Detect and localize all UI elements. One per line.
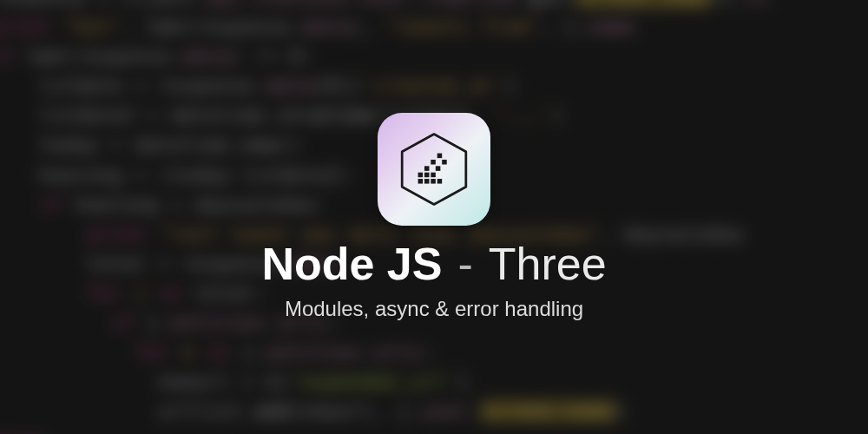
svg-rect-12 <box>437 179 443 184</box>
title-primary: Node JS <box>261 241 442 286</box>
title-separator: - <box>457 241 472 286</box>
svg-rect-8 <box>431 173 436 178</box>
title-row: Node JS - Three <box>261 241 606 286</box>
svg-rect-7 <box>424 173 430 178</box>
svg-rect-2 <box>431 160 436 165</box>
svg-rect-1 <box>437 154 443 159</box>
svg-rect-5 <box>436 166 441 171</box>
svg-rect-3 <box>442 160 447 165</box>
svg-rect-10 <box>424 179 430 184</box>
svg-marker-0 <box>402 135 466 205</box>
svg-rect-11 <box>431 179 436 184</box>
svg-rect-6 <box>418 173 424 178</box>
subtitle: Modules, async & error handling <box>285 297 583 321</box>
title-secondary: Three <box>489 241 607 286</box>
svg-rect-9 <box>418 179 424 184</box>
app-icon-tile <box>378 113 490 226</box>
svg-rect-4 <box>424 166 430 171</box>
hero-content: Node JS - Three Modules, async & error h… <box>0 0 868 434</box>
hexagon-dots-icon <box>394 129 474 209</box>
